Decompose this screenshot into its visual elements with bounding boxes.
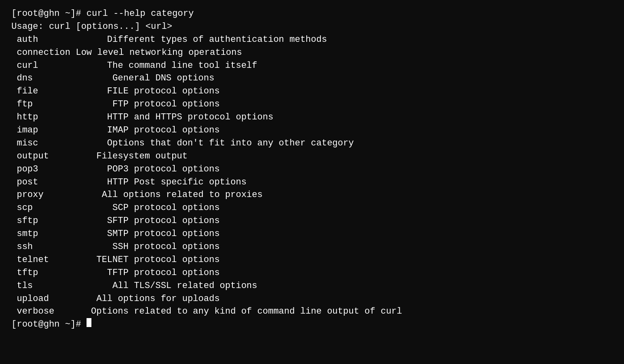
category-name: connection (11, 46, 70, 59)
category-name: smtp (11, 228, 64, 240)
category-desc: TELNET protocol options (64, 254, 220, 266)
category-desc: General DNS options (64, 72, 214, 85)
category-name: output (11, 150, 64, 163)
category-desc: Options related to any kind of command l… (64, 305, 402, 318)
category-name: ssh (11, 240, 64, 254)
category-desc: IMAP protocol options (64, 124, 220, 137)
category-row: curl The command line tool itself (11, 59, 613, 72)
category-desc: TFTP protocol options (64, 266, 220, 280)
category-row: verbose Options related to any kind of c… (11, 305, 613, 318)
category-desc: SFTP protocol options (64, 214, 220, 228)
category-name: verbose (11, 305, 64, 318)
category-desc: FILE protocol options (64, 85, 220, 98)
usage-line: Usage: curl [options...] <url> (11, 20, 613, 33)
category-name: http (11, 111, 64, 124)
final-prompt: [root@ghn ~]# (11, 318, 87, 331)
category-desc: HTTP Post specific options (64, 176, 247, 189)
category-row: misc Options that don't fit into any oth… (11, 137, 613, 150)
category-row: connection Low level networking operatio… (11, 46, 613, 59)
category-row: upload All options for uploads (11, 292, 613, 306)
usage-text: Usage: curl [options...] <url> (11, 20, 172, 33)
category-desc: FTP protocol options (64, 98, 220, 111)
category-row: ftp FTP protocol options (11, 98, 613, 111)
category-row: sftp SFTP protocol options (11, 214, 613, 228)
category-row: http HTTP and HTTPS protocol options (11, 111, 613, 124)
category-desc: All TLS/SSL related options (64, 280, 257, 292)
category-name: upload (11, 292, 64, 306)
category-desc: The command line tool itself (64, 59, 257, 72)
category-name: misc (11, 137, 64, 150)
category-desc: SMTP protocol options (64, 228, 220, 240)
category-row: telnet TELNET protocol options (11, 254, 613, 266)
category-row: tftp TFTP protocol options (11, 266, 613, 280)
category-name: file (11, 85, 64, 98)
category-name: telnet (11, 254, 64, 266)
category-desc: Different types of authentication method… (64, 33, 327, 46)
category-row: pop3 POP3 protocol options (11, 163, 613, 176)
category-desc: POP3 protocol options (64, 163, 220, 176)
category-row: auth Different types of authentication m… (11, 33, 613, 46)
category-name: proxy (11, 188, 64, 202)
category-name: curl (11, 59, 64, 72)
category-row: dns General DNS options (11, 72, 613, 85)
cursor (87, 318, 91, 327)
category-name: post (11, 176, 64, 189)
category-row: proxy All options related to proxies (11, 188, 613, 202)
terminal-window: [root@ghn ~]# curl --help category Usage… (6, 4, 618, 364)
category-name: sftp (11, 214, 64, 228)
category-row: ssh SSH protocol options (11, 240, 613, 254)
category-row: tls All TLS/SSL related options (11, 280, 613, 292)
category-name: dns (11, 72, 64, 85)
category-name: auth (11, 33, 64, 46)
category-desc: SSH protocol options (64, 240, 220, 254)
category-name: ftp (11, 98, 64, 111)
category-desc: All options for uploads (64, 292, 220, 306)
category-desc: Filesystem output (64, 150, 188, 163)
category-desc: SCP protocol options (64, 202, 220, 214)
category-row: imap IMAP protocol options (11, 124, 613, 137)
category-name: pop3 (11, 163, 64, 176)
category-name: tls (11, 280, 64, 292)
category-desc: Options that don't fit into any other ca… (64, 137, 354, 150)
category-row: output Filesystem output (11, 150, 613, 163)
category-desc: All options related to proxies (64, 188, 262, 202)
category-row: post HTTP Post specific options (11, 176, 613, 189)
category-desc: Low level networking operations (70, 46, 242, 59)
category-row: file FILE protocol options (11, 85, 613, 98)
category-row: smtp SMTP protocol options (11, 228, 613, 240)
categories-list: auth Different types of authentication m… (11, 33, 613, 318)
command-line: [root@ghn ~]# curl --help category (11, 7, 613, 20)
category-name: tftp (11, 266, 64, 280)
category-row: scp SCP protocol options (11, 202, 613, 214)
category-name: imap (11, 124, 64, 137)
final-prompt-line[interactable]: [root@ghn ~]# (11, 318, 613, 331)
category-name: scp (11, 202, 64, 214)
category-desc: HTTP and HTTPS protocol options (64, 111, 273, 124)
prompt-command: [root@ghn ~]# curl --help category (11, 7, 194, 20)
